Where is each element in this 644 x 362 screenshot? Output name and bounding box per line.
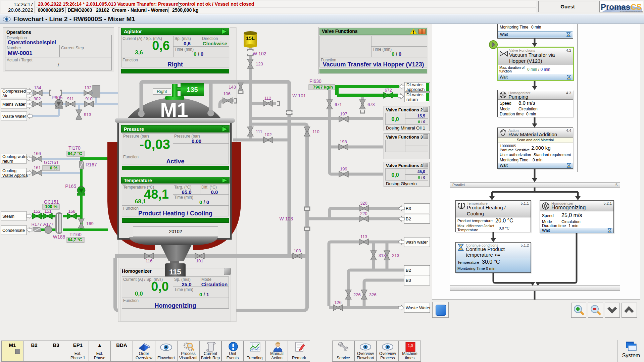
svg-text:FI630: FI630 bbox=[309, 79, 321, 84]
svg-text:B2: B2 bbox=[406, 216, 411, 221]
svg-text:161: 161 bbox=[34, 165, 41, 170]
svg-text:Waste Water: Waste Water bbox=[2, 114, 26, 119]
svg-text:W 102: W 102 bbox=[253, 51, 266, 56]
svg-text:199: 199 bbox=[340, 166, 347, 171]
svg-text:TI160: TI160 bbox=[69, 232, 82, 237]
svg-text:671: 671 bbox=[335, 102, 342, 107]
svg-text:672: 672 bbox=[385, 88, 392, 93]
svg-text:64,7 °C: 64,7 °C bbox=[67, 151, 82, 156]
svg-text:326: 326 bbox=[369, 292, 377, 297]
svg-text:B2: B2 bbox=[406, 268, 411, 273]
svg-text:W 101: W 101 bbox=[292, 93, 306, 98]
svg-text:911: 911 bbox=[67, 96, 74, 101]
svg-text:return: return bbox=[406, 97, 418, 102]
svg-text:166: 166 bbox=[34, 151, 41, 156]
svg-text:135: 135 bbox=[187, 86, 198, 93]
svg-text:P905: P905 bbox=[52, 95, 63, 100]
svg-text:226: 226 bbox=[353, 292, 361, 297]
svg-text:213: 213 bbox=[392, 253, 399, 258]
svg-text:169: 169 bbox=[86, 221, 94, 226]
svg-text:Steam: Steam bbox=[2, 214, 14, 219]
svg-text:B3: B3 bbox=[406, 206, 411, 211]
svg-text:101: 101 bbox=[196, 258, 203, 263]
svg-text:220: 220 bbox=[360, 211, 367, 216]
svg-text:W188: W188 bbox=[53, 234, 65, 240]
svg-text:913: 913 bbox=[84, 112, 91, 117]
svg-text:Cooling: Cooling bbox=[2, 168, 16, 173]
svg-text:15L: 15L bbox=[246, 35, 255, 41]
svg-text:197: 197 bbox=[340, 111, 347, 116]
svg-text:DI-water-: DI-water- bbox=[406, 82, 424, 87]
svg-text:Water Approa: Water Approa bbox=[2, 173, 28, 178]
svg-text:R177: R177 bbox=[31, 222, 42, 227]
svg-text:0 %: 0 % bbox=[50, 165, 58, 170]
svg-text:Waste Water: Waste Water bbox=[406, 305, 431, 310]
svg-text:313: 313 bbox=[379, 253, 386, 258]
svg-text:116: 116 bbox=[146, 258, 153, 263]
svg-text:102: 102 bbox=[264, 132, 272, 137]
svg-text:B3: B3 bbox=[406, 278, 411, 283]
svg-text:wash water: wash water bbox=[405, 240, 428, 245]
svg-text:64,7 °C: 64,7 °C bbox=[67, 237, 82, 242]
svg-text:106: 106 bbox=[223, 91, 231, 96]
svg-text:113: 113 bbox=[360, 234, 367, 239]
svg-text:673: 673 bbox=[367, 102, 375, 107]
svg-text:134: 134 bbox=[34, 85, 41, 90]
svg-text:Air: Air bbox=[2, 94, 7, 98]
svg-text:GC161: GC161 bbox=[44, 160, 59, 165]
svg-text:112: 112 bbox=[264, 96, 271, 101]
svg-text:100 %: 100 % bbox=[45, 204, 57, 209]
svg-text:return: return bbox=[2, 159, 13, 164]
svg-text:DI-water-: DI-water- bbox=[406, 92, 424, 97]
svg-text:M1: M1 bbox=[160, 99, 188, 121]
svg-text:TI170: TI170 bbox=[68, 145, 81, 151]
svg-text:Mains Water: Mains Water bbox=[2, 102, 26, 107]
svg-text:111: 111 bbox=[256, 129, 262, 134]
svg-text:W 103: W 103 bbox=[280, 216, 293, 221]
svg-text:143: 143 bbox=[229, 85, 236, 90]
svg-text:198: 198 bbox=[340, 139, 347, 144]
svg-text:902: 902 bbox=[34, 96, 41, 101]
svg-text:Condensate: Condensate bbox=[2, 228, 25, 233]
svg-text:7967 kg/h: 7967 kg/h bbox=[313, 85, 333, 90]
svg-text:132: 132 bbox=[84, 85, 92, 90]
svg-text:A177: A177 bbox=[43, 222, 53, 227]
svg-text:approach: approach bbox=[406, 87, 425, 92]
svg-text:Cooling water: Cooling water bbox=[2, 154, 28, 159]
svg-text:P165: P165 bbox=[65, 184, 76, 189]
svg-text:110: 110 bbox=[312, 129, 319, 134]
svg-text:126: 126 bbox=[334, 300, 342, 305]
svg-text:103: 103 bbox=[294, 248, 301, 253]
svg-text:168: 168 bbox=[68, 209, 76, 214]
svg-text:123: 123 bbox=[256, 61, 263, 66]
svg-text:152: 152 bbox=[33, 209, 41, 214]
svg-text:R167: R167 bbox=[86, 162, 97, 167]
svg-text:Compressed: Compressed bbox=[2, 89, 26, 94]
svg-text:910: 910 bbox=[85, 96, 93, 101]
svg-text:320: 320 bbox=[360, 201, 367, 206]
